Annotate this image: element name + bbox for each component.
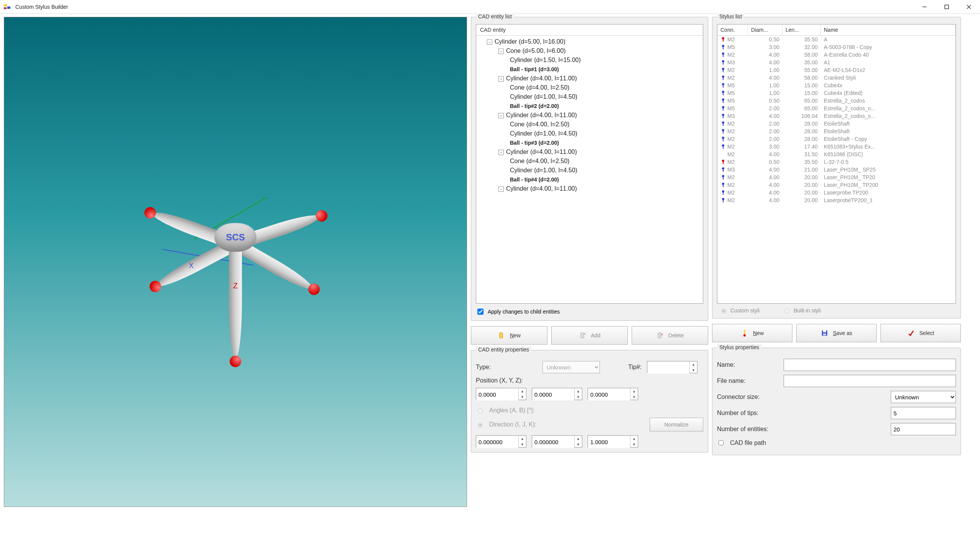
tree-node[interactable]: Cylinder (d=1.50, l=15.00) [476,56,703,65]
stylus-row[interactable]: M22.0028.00EtoileShaft [717,120,956,127]
tree-node[interactable]: -Cylinder (d=4.00, l=11.00) [476,147,703,157]
dir-k-input[interactable] [588,436,630,448]
custom-styli-radio[interactable]: Custom styli [719,307,760,314]
pos-z-input[interactable] [588,388,630,400]
stylus-row[interactable]: M24.0058.00Cranked Styli [717,74,956,82]
stylus-row[interactable]: M23.0017.40K651083+Stylus Ex... [717,143,956,150]
pos-x-input[interactable] [476,388,518,400]
stylus-row[interactable]: M24.0020.00Laser_PH10M_ TP200 [717,181,956,189]
cad-add-button[interactable]: Add [551,326,628,345]
stylus-pin-icon [720,37,726,42]
svg-rect-25 [723,77,724,80]
stylus-saveas-button[interactable]: Save as [796,324,877,342]
col-diam[interactable]: Diam... [748,25,782,35]
tree-node[interactable]: -Cylinder (d=4.00, l=11.00) [476,74,703,83]
sp-file-label: File name: [717,377,778,384]
cad-tree[interactable]: -Cylinder (d=5.00, l=16.00)-Cone (d=5.00… [476,36,703,303]
sp-file-input[interactable] [784,375,956,387]
dir-i-input[interactable] [476,436,518,448]
angles-radio[interactable] [478,409,483,413]
expand-toggle-icon[interactable]: - [498,113,504,118]
stylus-row[interactable]: M20.5035.50A [717,36,956,43]
tree-node[interactable]: Cylinder (d=1.00, l=4.50) [476,166,703,175]
stylus-row[interactable]: M24.0020.00Laserprobe TP200 [717,189,956,196]
stylus-row[interactable]: M24.0020.00Laser_PH10M_ TP20 [717,173,956,181]
stylus-row[interactable]: M22.0028.00EtoileShaft - Copy [717,135,956,143]
tree-node[interactable]: Cone (d=4.00, l=2.50) [476,83,703,92]
pos-y-spinner[interactable]: ▲▼ [532,388,582,400]
stylus-row[interactable]: M24.0031.50K651086 (DISC) [717,150,956,158]
tree-node[interactable]: -Cone (d=5.00, l=6.00) [476,46,703,56]
tip-input[interactable] [647,361,689,374]
tree-node[interactable]: Cylinder (d=1.00, l=4.50) [476,92,703,101]
svg-rect-60 [823,333,826,335]
chevron-down-icon[interactable]: ▼ [690,367,697,373]
stylus-row[interactable]: M22.0028.00EtoileShaft [717,127,956,135]
stylus-row[interactable]: M34.0035.00A1 [717,59,956,66]
col-conn[interactable]: Conn. [717,25,748,35]
sp-cadpath-checkbox[interactable] [719,440,724,445]
tree-node[interactable]: Cone (d=4.00, l=2.50) [476,157,703,166]
sp-connector-select[interactable]: Unknown [891,391,956,403]
stylus-row[interactable]: M51.0015.00Cube4x [717,82,956,89]
expand-toggle-icon[interactable]: - [498,49,504,54]
stylus-pin-icon [720,52,726,57]
expand-toggle-icon[interactable]: - [498,150,504,155]
stylus-row[interactable]: M34.0021.00Laser_PH10M_ SP25 [717,166,956,173]
stylus-row[interactable]: M53.0032.00A-5003-0788 - Copy [717,43,956,51]
stylus-row[interactable]: M52.0065.00Estrella_2_codos_n... [717,105,956,112]
svg-rect-53 [723,192,724,195]
maximize-button[interactable] [936,0,958,14]
tree-node[interactable]: -Cylinder (d=4.00, l=11.00) [476,111,703,120]
stylus-row[interactable]: M24.0058.00A-Estrella Codo 40 [717,51,956,59]
stylus-row[interactable]: M21.0055.00AE-M2-L54-D1x2 [717,66,956,74]
cad-new-button[interactable]: New [471,326,547,345]
tree-node[interactable]: Cylinder (d=1.00, l=4.50) [476,129,703,138]
svg-rect-23 [723,70,724,72]
expand-toggle-icon[interactable]: - [498,186,504,192]
expand-toggle-icon[interactable]: - [487,39,492,45]
tree-node[interactable]: Ball - tip#4 (d=2.00) [476,175,703,184]
chevron-up-icon[interactable]: ▲ [690,361,697,367]
stylus-list[interactable]: M20.5035.50AM53.0032.00A-5003-0788 - Cop… [717,36,956,303]
stylus-pin-icon [720,198,726,203]
cad-tree-header[interactable]: CAD entity [476,25,703,36]
sp-entities-label: Number of entities: [717,426,778,433]
pos-y-input[interactable] [532,388,574,400]
tree-node[interactable]: Ball - tip#2 (d=2.00) [476,101,703,111]
apply-children-checkbox[interactable] [477,309,483,315]
pos-z-spinner[interactable]: ▲▼ [588,388,638,400]
normalize-button[interactable]: Normalize [650,418,703,431]
viewport-3d[interactable]: SCS Z X [4,17,467,507]
stylus-new-button[interactable]: New [712,324,792,342]
tree-node[interactable]: Cone (d=4.00, l=2.50) [476,120,703,129]
tree-node[interactable]: Ball - tip#3 (d=2.00) [476,138,703,147]
stylus-row[interactable]: M50.5065.00Estrella_2_codos [717,97,956,105]
tree-node[interactable]: Ball - tip#1 (d=3.00) [476,65,703,74]
sp-name-input[interactable] [784,359,956,371]
dir-k-spinner[interactable]: ▲▼ [588,435,638,448]
stylus-row[interactable]: M51.0015.00Cube4x (Edited) [717,89,956,97]
tree-node[interactable]: -Cylinder (d=5.00, l=16.00) [476,37,703,46]
stylus-select-button[interactable]: Select [880,324,961,342]
builtin-styli-radio[interactable]: Built-in styli [782,307,821,314]
dir-i-spinner[interactable]: ▲▼ [476,435,526,448]
stylus-list-header[interactable]: Conn. Diam... Len... Name [717,25,956,36]
stylus-row[interactable]: M20.5035.50L-32-7-0.5 [717,158,956,166]
tip-spinner[interactable]: ▲▼ [647,361,697,373]
cad-delete-button[interactable]: Delete [632,326,708,345]
type-label: Type: [476,364,537,371]
close-button[interactable] [958,0,980,14]
direction-radio[interactable] [478,423,483,428]
minimize-button[interactable] [913,0,936,14]
dir-j-input[interactable] [532,436,574,448]
pos-x-spinner[interactable]: ▲▼ [476,388,526,400]
stylus-row[interactable]: M24.0020.00LaserprobeTP200_1 [717,196,956,204]
col-len[interactable]: Len... [782,25,821,35]
dir-j-spinner[interactable]: ▲▼ [532,435,582,448]
stylus-row[interactable]: M34.00106.04Estrella_2_codos_s... [717,112,956,120]
type-select[interactable]: Unknown [542,361,600,373]
col-name[interactable]: Name [821,25,956,35]
tree-node[interactable]: -Cylinder (d=4.00, l=11.00) [476,184,703,193]
expand-toggle-icon[interactable]: - [498,76,504,82]
